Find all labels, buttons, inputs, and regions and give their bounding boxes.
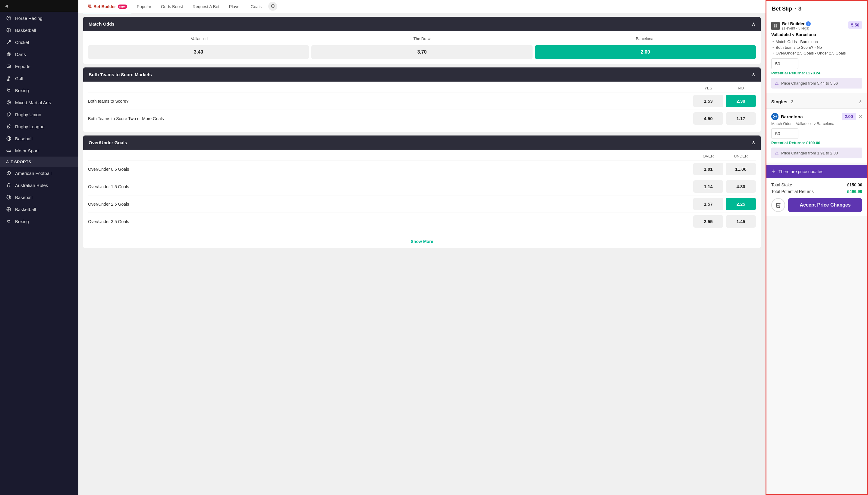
bet-slip-header: Bet Slip · 3 xyxy=(766,1,867,17)
col-valladolid: Valladolid xyxy=(88,36,311,41)
bb-bullet-text-0: Match Odds - Barcelona xyxy=(776,39,818,44)
bts-yes-1[interactable]: 4.50 xyxy=(693,112,723,125)
tab-more-label: O xyxy=(271,4,275,9)
ou-under-3[interactable]: 1.45 xyxy=(726,215,756,228)
single-returns-value-0: £100.00 xyxy=(806,141,820,145)
sidebar-collapse-icon[interactable]: ◀ xyxy=(5,4,8,8)
sidebar-item-american-football[interactable]: American Football xyxy=(0,167,78,179)
bb-info-icon[interactable]: i xyxy=(806,21,811,26)
single-ball-icon-0 xyxy=(771,113,779,120)
cricket-icon xyxy=(6,39,12,45)
bts-no-1[interactable]: 1.17 xyxy=(726,112,756,125)
sidebar-label: Rugby League xyxy=(15,124,45,129)
ou-title: Over/Under Goals xyxy=(88,140,127,145)
sidebar-item-motor-sport[interactable]: Motor Sport xyxy=(0,144,78,157)
sidebar-item-esports[interactable]: Esports xyxy=(0,60,78,72)
tab-odds-boost[interactable]: Odds Boost xyxy=(157,0,187,13)
sidebar-item-cricket[interactable]: Cricket xyxy=(0,36,78,48)
sidebar-item-basketball-az[interactable]: Basketball xyxy=(0,203,78,215)
rugby-union-icon xyxy=(6,112,12,117)
sidebar-item-horse-racing[interactable]: Horse Racing xyxy=(0,12,78,24)
match-odds-row: 3.40 3.70 2.00 xyxy=(88,45,756,59)
bts-btns-1: 4.50 1.17 xyxy=(693,112,756,125)
sidebar-item-rugby-union[interactable]: Rugby Union xyxy=(0,108,78,120)
ou-label-0: Over/Under 0.5 Goals xyxy=(88,167,693,172)
ou-btns-1: 1.14 4.80 xyxy=(693,181,756,193)
ou-over-2[interactable]: 1.57 xyxy=(693,198,723,210)
total-returns-label: Total Potential Returns xyxy=(771,189,814,194)
match-odds-section: Match Odds ∧ Valladolid The Draw Barcelo… xyxy=(83,17,761,64)
singles-title-area: Singles · 3 xyxy=(771,99,793,104)
sidebar-item-boxing-az[interactable]: Boxing xyxy=(0,215,78,227)
bts-row-1: Both Teams to Score Two or More Goals 4.… xyxy=(88,109,756,127)
tab-label: Goals xyxy=(251,4,262,9)
single-close-0[interactable]: ✕ xyxy=(858,114,862,120)
svg-rect-27 xyxy=(7,220,10,222)
ou-under-1[interactable]: 4.80 xyxy=(726,181,756,193)
sidebar-item-basketball[interactable]: Basketball xyxy=(0,24,78,36)
odds-valladolid[interactable]: 3.40 xyxy=(88,45,309,59)
total-stake-label: Total Stake xyxy=(771,183,792,187)
tab-more-button[interactable]: O xyxy=(268,2,277,11)
ou-under-2[interactable]: 2.25 xyxy=(726,198,756,210)
ou-col-over: OVER xyxy=(693,154,723,158)
tab-popular[interactable]: Popular xyxy=(133,0,155,13)
ou-btns-0: 1.01 11.00 xyxy=(693,163,756,175)
match-odds-headers: Valladolid The Draw Barcelona xyxy=(88,35,756,43)
sidebar-item-mma[interactable]: Mixed Martial Arts xyxy=(0,96,78,108)
bb-price-changed: ⚠ Price Changed from 5.44 to 5.56 xyxy=(771,78,862,88)
basketball-icon xyxy=(6,28,12,33)
total-stake-value: £150.00 xyxy=(847,183,862,187)
bts-header[interactable]: Both Teams to Score Markets ∧ xyxy=(83,67,761,82)
sidebar-item-rugby-league[interactable]: Rugby League xyxy=(0,120,78,133)
ou-over-0[interactable]: 1.01 xyxy=(693,163,723,175)
bb-price-changed-text: Price Changed from 5.44 to 5.56 xyxy=(781,81,838,86)
tabs-bar: 🏗 Bet Builder NEW Popular Odds Boost Req… xyxy=(78,0,766,13)
sidebar-item-golf[interactable]: Golf xyxy=(0,72,78,84)
single-card-0: Barcelona 2.00 ✕ Match Odds - Valladolid… xyxy=(766,108,867,163)
ou-over-1[interactable]: 1.14 xyxy=(693,181,723,193)
single-stake-0[interactable] xyxy=(771,128,798,139)
tab-bet-builder[interactable]: 🏗 Bet Builder NEW xyxy=(83,0,131,13)
tab-request-bet[interactable]: Request A Bet xyxy=(189,0,224,13)
ou-over-3[interactable]: 2.55 xyxy=(693,215,723,228)
bb-match: Valladolid v Barcelona xyxy=(771,32,862,37)
bb-bullet-1: Both teams to Score? - No xyxy=(772,45,862,50)
delete-button[interactable] xyxy=(771,198,785,212)
accept-price-changes-button[interactable]: Accept Price Changes xyxy=(788,198,862,212)
tab-goals[interactable]: Goals xyxy=(247,0,266,13)
sidebar-label: American Football xyxy=(15,171,51,176)
odds-barcelona[interactable]: 2.00 xyxy=(535,45,756,59)
ou-header[interactable]: Over/Under Goals ∧ xyxy=(83,136,761,150)
sidebar-label: Basketball xyxy=(15,207,36,212)
bb-title-text: Bet Builder xyxy=(782,21,805,26)
ou-chevron: ∧ xyxy=(752,140,755,146)
match-odds-header[interactable]: Match Odds ∧ xyxy=(83,17,761,31)
singles-header[interactable]: Singles · 3 ∧ xyxy=(766,95,867,108)
sidebar-top: ◀ xyxy=(0,0,78,12)
bts-yes-0[interactable]: 1.53 xyxy=(693,95,723,107)
svg-point-18 xyxy=(6,136,11,141)
odds-draw[interactable]: 3.70 xyxy=(311,45,532,59)
sidebar-label: Basketball xyxy=(15,28,36,33)
ou-btns-2: 1.57 2.25 xyxy=(693,198,756,210)
bb-bullet-0: Match Odds - Barcelona xyxy=(772,39,862,44)
bb-returns-label: Potential Returns: xyxy=(771,71,805,75)
sidebar-item-darts[interactable]: Darts xyxy=(0,48,78,60)
sidebar-item-australian-rules[interactable]: Australian Rules xyxy=(0,179,78,191)
sidebar-item-baseball-az[interactable]: Baseball xyxy=(0,191,78,203)
sidebar-label: Australian Rules xyxy=(15,183,48,188)
show-more-button[interactable]: Show More xyxy=(83,235,761,248)
main-content: 🏗 Bet Builder NEW Popular Odds Boost Req… xyxy=(78,0,766,495)
price-updates-text: There are price updates xyxy=(779,169,823,174)
tab-label: Bet Builder xyxy=(94,4,116,9)
ou-under-0[interactable]: 11.00 xyxy=(726,163,756,175)
sidebar-item-boxing[interactable]: Boxing xyxy=(0,84,78,96)
tab-player[interactable]: Player xyxy=(225,0,245,13)
sidebar-label: Boxing xyxy=(15,88,29,93)
single-returns-label-0: Potential Returns: xyxy=(771,141,805,145)
sidebar-item-baseball[interactable]: Baseball xyxy=(0,133,78,144)
ou-section: Over/Under Goals ∧ OVER UNDER Over/Under… xyxy=(83,136,761,248)
bts-no-0[interactable]: 2.38 xyxy=(726,95,756,107)
bb-stake-input[interactable] xyxy=(771,58,798,69)
